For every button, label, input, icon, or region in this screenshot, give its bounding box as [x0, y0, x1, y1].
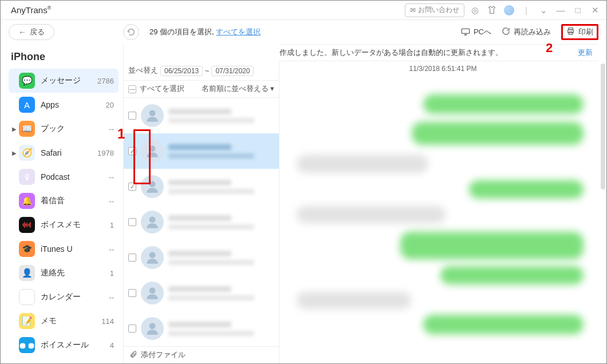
svg-rect-0 [462, 29, 469, 33]
conversation-list: ✓ ✓ [124, 98, 279, 346]
message-bubble-out [423, 315, 584, 334]
date-from-input[interactable]: 06/25/2013 [160, 66, 203, 76]
avatar-icon [141, 317, 164, 340]
collapse-toggle[interactable]: — [128, 85, 136, 93]
checkbox[interactable] [128, 254, 136, 262]
sidebar: iPhone 💬 メッセージ2786 A Apps20 ▶📖 ブック-- ▶🧭 … [1, 44, 123, 363]
svg-point-7 [149, 216, 156, 223]
divider: | [519, 3, 533, 17]
conversation-item[interactable] [124, 204, 279, 240]
print-icon [566, 27, 575, 37]
sort-dropdown[interactable]: 名前順に並べ替える ▾ [202, 84, 274, 94]
shirt-icon[interactable] [485, 3, 499, 17]
avatar-icon [141, 140, 164, 163]
apps-icon: A [19, 97, 35, 113]
arrow-left-icon: ← [18, 27, 26, 37]
sidebar-item-contacts[interactable]: 👤 連絡先1 [9, 261, 119, 285]
user-avatar[interactable] [502, 3, 516, 17]
checkbox[interactable] [128, 325, 136, 333]
sidebar-item-apps[interactable]: A Apps20 [9, 93, 119, 117]
refresh-button[interactable] [123, 24, 139, 40]
date-to-input[interactable]: 07/31/2020 [211, 66, 254, 76]
attachments-button[interactable]: 添付ファイル [124, 346, 279, 363]
avatar-icon [141, 104, 164, 127]
to-pc-icon [461, 27, 470, 37]
checkbox[interactable]: ✓ [128, 183, 136, 191]
avatar-icon [141, 282, 164, 304]
checkbox[interactable] [128, 289, 136, 297]
sidebar-item-podcast[interactable]: 🎙 Podcast-- [9, 165, 119, 189]
search-icon[interactable]: ◎ [468, 3, 482, 17]
message-bubble-in [297, 206, 446, 223]
conversation-item[interactable] [124, 98, 279, 133]
select-row: — すべてを選択 名前順に並べ替える ▾ [124, 81, 279, 98]
paperclip-icon [129, 350, 137, 360]
toolbar: ← 戻る 29 個の項目を選択, すべてを選択 PCへ 再読み込み 印刷 [1, 20, 606, 44]
message-bubble-out [440, 266, 584, 284]
chat-body[interactable] [279, 77, 606, 363]
message-icon: 💬 [19, 73, 35, 89]
message-bubble-out [423, 94, 584, 114]
sidebar-item-itunesu[interactable]: 🎓 iTunes U-- [9, 237, 119, 261]
safari-icon: 🧭 [19, 145, 35, 161]
bell-icon: 🔔 [19, 193, 35, 209]
svg-point-6 [149, 181, 156, 187]
reload-button[interactable]: 再読み込み [502, 27, 551, 37]
checkbox[interactable] [128, 112, 136, 120]
notes-icon: 📝 [19, 313, 35, 329]
checkbox[interactable]: ✓ [128, 147, 136, 155]
chevron-right-icon: ▶ [12, 126, 18, 132]
sidebar-item-safari[interactable]: ▶🧭 Safari1978 [9, 141, 119, 165]
maximize-icon[interactable]: □ [571, 3, 585, 17]
contact-button[interactable]: ✉ お問い合わせ [405, 3, 464, 17]
close-icon[interactable]: ✕ [588, 3, 602, 17]
voicemail-icon: ⏺⏺ [19, 337, 35, 353]
sidebar-item-voicememo[interactable]: ボイスメモ1 [9, 213, 119, 237]
podcast-icon: 🎙 [19, 169, 35, 185]
contacts-icon: 👤 [19, 265, 35, 281]
svg-point-9 [149, 287, 156, 294]
checkbox[interactable] [128, 218, 136, 226]
chat-timestamp: 11/3/2018 6:51:41 PM [279, 61, 606, 77]
sidebar-item-messages[interactable]: 💬 メッセージ2786 [9, 69, 119, 93]
sidebar-item-calendar[interactable]: 5 カレンダー-- [9, 285, 119, 309]
select-all-label[interactable]: すべてを選択 [140, 84, 184, 94]
waveform-icon [19, 217, 35, 233]
select-all-link[interactable]: すべてを選択 [216, 27, 261, 36]
conversation-item[interactable] [124, 311, 279, 346]
message-bubble-out [400, 232, 584, 259]
message-bubble-in [297, 292, 411, 309]
svg-point-8 [149, 252, 156, 258]
date-filter-row: 並べ替え 06/25/2013 ~ 07/31/2020 [124, 61, 279, 81]
message-bubble-out [469, 180, 584, 199]
conversation-item[interactable] [124, 240, 279, 275]
main-area: iPhone 💬 メッセージ2786 A Apps20 ▶📖 ブック-- ▶🧭 … [1, 44, 606, 363]
sidebar-item-ringtones[interactable]: 🔔 着信音-- [9, 189, 119, 213]
message-bubble-out [412, 122, 584, 145]
sidebar-item-notes[interactable]: 📝 メモ114 [9, 309, 119, 333]
sidebar-item-voicemail[interactable]: ⏺⏺ ボイスメール4 [9, 333, 119, 357]
conversation-column: 並べ替え 06/25/2013 ~ 07/31/2020 — すべてを選択 名前… [123, 44, 279, 363]
conversation-item[interactable]: ✓ [124, 133, 279, 169]
calendar-icon: 5 [19, 289, 35, 305]
avatar-icon [141, 211, 164, 234]
print-button[interactable]: 印刷 [561, 24, 598, 40]
selection-info: 29 個の項目を選択, すべてを選択 [149, 27, 261, 37]
minimize-icon[interactable]: — [554, 3, 567, 17]
to-pc-button[interactable]: PCへ [461, 27, 491, 37]
reload-icon [502, 27, 510, 37]
title-bar: AnyTrans® ✉ お問い合わせ ◎ | ⌄ — □ ✕ [1, 1, 606, 20]
app-title: AnyTrans® [11, 5, 51, 15]
sort-label: 並べ替え [128, 66, 158, 76]
conversation-item[interactable] [124, 275, 279, 311]
scrollbar[interactable] [601, 64, 605, 189]
chevron-down-icon[interactable]: ⌄ [537, 3, 550, 17]
avatar-icon [141, 246, 164, 269]
book-icon: 📖 [19, 121, 35, 137]
sidebar-item-books[interactable]: ▶📖 ブック-- [9, 117, 119, 141]
back-button[interactable]: ← 戻る [9, 24, 54, 40]
avatar-icon [141, 175, 164, 198]
mail-icon: ✉ [410, 6, 416, 14]
conversation-item[interactable]: ✓ [124, 169, 279, 204]
svg-point-10 [149, 323, 156, 329]
